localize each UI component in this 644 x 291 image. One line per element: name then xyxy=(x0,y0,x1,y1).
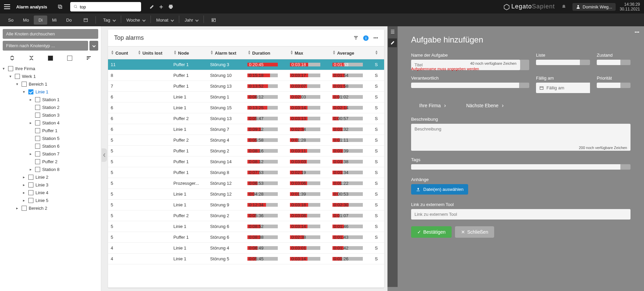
table-row[interactable]: 5Puffer 2Störung 20:05:360:03:080:01:07S xyxy=(108,210,384,221)
table-row[interactable]: 5Puffer 1Störung 80:07:530:02:190:01:34S xyxy=(108,167,384,178)
table-row[interactable]: 6Linie 1Störung 150:13:250:03:140:02:14S xyxy=(108,103,384,113)
breadcrumb-company[interactable]: Ihre Firma › xyxy=(419,103,446,109)
table-row[interactable]: 6Linie 1Störung 10:06:120:02:030:01:02S xyxy=(108,92,384,103)
day-btn-do[interactable]: Do xyxy=(61,16,77,25)
table-row[interactable]: 5Puffer 2Störung 40:05:580:01:280:01:11S xyxy=(108,135,384,146)
table-row[interactable]: 5Puffer 1Störung 60:08:380:02:380:01:43S xyxy=(108,232,384,243)
col-units-lost[interactable]: ▲▼Units lost xyxy=(135,47,171,59)
hamburger-icon[interactable] xyxy=(4,4,10,9)
upload-button[interactable]: Datei(en) auswählen xyxy=(411,184,468,195)
tree-item[interactable]: ▾ Ihre Firma xyxy=(3,65,98,72)
breadcrumb-next[interactable]: Nächste Ebene › xyxy=(466,103,504,109)
tree-item[interactable]: ▾ Werk 1 xyxy=(9,72,98,80)
more-icon[interactable]: ••• xyxy=(373,35,378,40)
tree-item[interactable]: ▸ Linie 5 xyxy=(23,197,98,204)
table-row[interactable]: 8Puffer 1Störung 100:15:180:03:170:01:54… xyxy=(108,70,384,81)
list-select[interactable] xyxy=(536,60,580,65)
table-row[interactable]: 4Linie 1Störung 50:05:450:03:140:01:26S xyxy=(108,254,384,264)
table-row[interactable]: 6Linie 1Störung 70:09:120:02:340:01:32S xyxy=(108,124,384,135)
panel-edit-icon[interactable] xyxy=(388,38,397,47)
table-row[interactable]: 5Puffer 1Störung 140:08:120:03:030:01:38… xyxy=(108,156,384,167)
prio-select[interactable] xyxy=(597,83,620,88)
user-menu[interactable]: Dominik Weg... xyxy=(572,3,616,11)
state-chevron[interactable] xyxy=(620,60,630,65)
period-btn-woche[interactable]: Woche xyxy=(122,16,150,25)
tree-item[interactable]: ▾ Linie 1 xyxy=(23,88,98,96)
due-input[interactable]: Fällig am xyxy=(536,83,590,93)
col-node[interactable]: ▲▼Node xyxy=(171,47,208,59)
col-alarm-text[interactable]: ▲▼Alarm text xyxy=(208,47,245,59)
day-btn-di[interactable]: Di xyxy=(34,16,47,25)
close-button[interactable]: ✕ Schließen xyxy=(455,226,494,238)
confirm-button[interactable]: ✓ Bestätigen xyxy=(411,226,452,238)
add-icon[interactable] xyxy=(157,2,166,11)
info-icon[interactable]: i xyxy=(363,35,369,41)
tags-label: Tags xyxy=(411,157,630,162)
tree-item[interactable]: Puffer 2 xyxy=(30,158,98,166)
period-btn-tag[interactable]: Tag xyxy=(99,16,120,25)
copy-icon[interactable] xyxy=(55,2,65,11)
tree-item[interactable]: ▸ Linie 2 xyxy=(23,173,98,181)
checkbox-empty-icon[interactable] xyxy=(66,55,73,61)
table-row[interactable]: 5Linie 1Störung 60:08:520:03:140:01:46S xyxy=(108,221,384,232)
link-input[interactable] xyxy=(411,209,630,220)
prio-chevron[interactable] xyxy=(620,83,630,88)
bell-icon[interactable] xyxy=(559,2,568,11)
panel-more-icon[interactable]: ••• xyxy=(635,30,639,35)
calendar-range-icon[interactable] xyxy=(207,16,221,24)
table-row[interactable]: 5Puffer 1Störung 20:08:160:03:110:01:39S xyxy=(108,146,384,156)
tree-item[interactable]: Station 6 xyxy=(30,142,98,150)
sort-icon[interactable] xyxy=(85,55,92,61)
name-chevron[interactable] xyxy=(520,60,530,70)
expand-icon[interactable] xyxy=(9,55,16,61)
edit-icon[interactable] xyxy=(147,2,157,11)
panel-menu-icon[interactable]: ☰ xyxy=(391,29,395,34)
tree-item[interactable]: Puffer 1 xyxy=(30,127,98,135)
table-row[interactable]: 5Prozessger...Störung 120:06:530:03:060:… xyxy=(108,178,384,189)
col-count[interactable]: ▲▼Count xyxy=(108,47,135,59)
table-row[interactable]: 7Puffer 1Störung 130:13:520:03:070:01:58… xyxy=(108,81,384,92)
col-extra[interactable]: ▲▼ xyxy=(372,47,384,59)
sidebar-drag-handle[interactable] xyxy=(102,148,107,162)
table-row[interactable]: 11Puffer 1Störung 30:20:450:03:180:01:53… xyxy=(108,59,384,70)
checkbox-filled-icon[interactable] xyxy=(47,55,54,61)
filter-icon[interactable] xyxy=(353,35,358,40)
table-row[interactable]: 4Linie 1Störung 40:06:490:03:010:01:42S xyxy=(108,243,384,254)
tree-item[interactable]: ▸ Bereich 2 xyxy=(16,204,98,212)
tags-select[interactable] xyxy=(411,164,620,170)
tree-item[interactable]: ▸ Station 8 xyxy=(30,166,98,173)
search-box[interactable] xyxy=(70,2,141,11)
tree-item[interactable]: ▸ Linie 4 xyxy=(23,189,98,197)
period-btn-jahr[interactable]: Jahr xyxy=(180,16,203,25)
print-icon[interactable] xyxy=(166,2,176,11)
tree-item[interactable]: ▸ Station 1 xyxy=(30,96,98,104)
tree-item[interactable]: Station 3 xyxy=(30,111,98,119)
tags-chevron[interactable] xyxy=(620,164,630,170)
search-input[interactable] xyxy=(80,4,137,9)
state-select[interactable] xyxy=(597,60,620,65)
tree-item[interactable]: ▸ Station 4 xyxy=(30,119,98,127)
day-btn-mo[interactable]: Mo xyxy=(18,16,34,25)
tree-item[interactable]: ▾ Bereich 1 xyxy=(16,80,98,88)
table-row[interactable]: 6Puffer 2Störung 130:05:470:03:130:00:57… xyxy=(108,113,384,124)
day-btn-mi[interactable]: Mi xyxy=(47,16,61,25)
period-btn-monat[interactable]: Monat xyxy=(152,16,178,25)
collapse-icon[interactable] xyxy=(28,55,35,61)
list-chevron[interactable] xyxy=(580,60,590,65)
col-max[interactable]: ▲▼Max xyxy=(287,47,330,59)
calendar-icon[interactable] xyxy=(79,16,93,24)
col-duration[interactable]: ▲▼Duration xyxy=(245,47,287,59)
tree-item[interactable]: ▸ Linie 3 xyxy=(23,181,98,189)
table-row[interactable]: 5Linie 1Störung 90:12:340:03:180:02:30S xyxy=(108,200,384,210)
tree-item[interactable]: Station 5 xyxy=(30,135,98,142)
tree-item[interactable]: Station 2 xyxy=(30,104,98,111)
col-average[interactable]: ▲▼Average xyxy=(330,47,372,59)
resp-select[interactable] xyxy=(411,83,519,88)
nodetype-filter[interactable]: Filtern nach Knotentyp ... xyxy=(3,41,88,51)
filter-chevron[interactable] xyxy=(89,41,98,51)
resp-chevron[interactable] xyxy=(519,83,529,88)
node-search-input[interactable] xyxy=(3,29,98,39)
tree-item[interactable]: ▸ Station 7 xyxy=(30,150,98,158)
table-row[interactable]: 5Linie 1Störung 120:04:280:01:390:00:53S xyxy=(108,189,384,200)
day-btn-so[interactable]: So xyxy=(3,16,18,25)
